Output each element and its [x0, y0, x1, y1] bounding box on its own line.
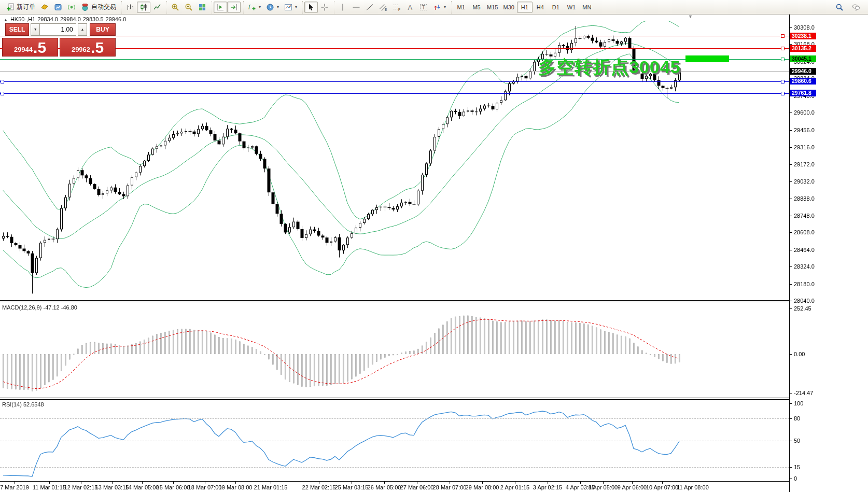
svg-text:A: A [408, 3, 413, 11]
market-watch-icon [54, 3, 62, 11]
zoom-out-icon [185, 3, 193, 11]
rsi-scale-label: 15 [794, 465, 800, 470]
line-chart-button[interactable] [150, 2, 164, 13]
price-scale-tick [789, 266, 792, 267]
tile-windows-button[interactable] [195, 2, 209, 13]
text-button[interactable]: A [403, 2, 417, 13]
periods-button[interactable]: ▾ [263, 2, 282, 13]
candlestick-chart-button[interactable] [137, 2, 150, 13]
toolbar-group-zoom [166, 1, 211, 13]
text-label-button[interactable]: T [417, 2, 430, 13]
volume-increase-button[interactable]: ▲ [78, 23, 87, 36]
rsi-label: RSI(14) 52.6548 [2, 401, 44, 407]
highlight-rectangle[interactable] [685, 55, 729, 62]
timeframe-mn-button[interactable]: MN [579, 2, 595, 13]
timeframe-w1-button[interactable]: W1 [564, 2, 579, 13]
line-handle[interactable] [1, 92, 4, 95]
sell-button[interactable]: SELL [5, 23, 29, 36]
auto-trading-button[interactable]: 自动交易 [78, 2, 119, 13]
buy-price-button[interactable]: 29962.5 [60, 38, 116, 57]
time-axis-tick [173, 482, 174, 484]
line-handle[interactable] [1, 80, 4, 83]
templates-icon [284, 3, 292, 11]
time-axis-tick [662, 482, 663, 484]
chart-shift-button[interactable] [227, 2, 241, 13]
collapse-panel-icon[interactable]: ▲ [4, 18, 8, 22]
rsi-level-line [0, 441, 789, 441]
timeframe-h4-button[interactable]: H4 [533, 2, 548, 13]
zoom-out-button[interactable] [182, 2, 195, 13]
line-handle[interactable] [781, 80, 785, 83]
panel-separator[interactable] [0, 398, 789, 398]
zoom-in-button[interactable] [169, 2, 182, 13]
templates-button[interactable]: ▾ [282, 2, 300, 13]
line-chart-icon [153, 3, 161, 11]
vertical-line-button[interactable] [336, 2, 349, 13]
svg-text:E: E [385, 8, 387, 11]
buy-price-int: 29962 [72, 46, 90, 53]
indicators-button[interactable]: f▾ [245, 2, 263, 13]
time-axis-label: 21 Mar 01:15 [254, 484, 288, 490]
new-order-button[interactable]: 新订单 [4, 2, 38, 13]
profiles-button[interactable] [38, 2, 51, 13]
equidistant-channel-button[interactable]: E [376, 2, 390, 13]
pivot-annotation-text[interactable]: 多空转折点30045 [538, 57, 681, 77]
text-icon: A [406, 3, 414, 11]
panel-separator [0, 302, 789, 302]
resistance-line[interactable] [0, 48, 789, 49]
price-scale-tick [789, 199, 792, 199]
line-handle[interactable] [781, 92, 785, 95]
horizontal-line-button[interactable] [349, 2, 363, 13]
signals-button[interactable] [65, 2, 78, 13]
sell-price-int: 29944 [14, 46, 33, 53]
signals-icon [67, 3, 76, 11]
timeframe-h1-button[interactable]: H1 [517, 2, 533, 13]
cursor-icon [307, 3, 315, 11]
candlestick-chart-icon [139, 3, 148, 11]
time-axis-label: 26 Mar 05:00 [368, 484, 401, 490]
chat-button[interactable] [849, 2, 863, 13]
timeframe-d1-button[interactable]: D1 [548, 2, 564, 13]
volume-input[interactable]: 1.00 [40, 23, 76, 36]
time-axis-border [0, 481, 789, 482]
dropdown-arrow-icon: ▾ [277, 5, 279, 9]
toolbar-group-trade: 新订单 自动交易 [2, 1, 120, 13]
support-line[interactable] [0, 81, 789, 82]
timeframe-m1-button[interactable]: M1 [453, 2, 469, 13]
support-line[interactable] [0, 93, 789, 94]
top-toolbar: 新订单 自动交易 [0, 0, 868, 15]
current-price-price-badge: 29946.0 [790, 68, 816, 75]
toolbar-group-cursor [302, 1, 333, 13]
panel-separator[interactable] [0, 300, 789, 301]
volume-decrease-button[interactable]: ▼ [31, 23, 40, 36]
text-label-icon: T [419, 3, 428, 11]
bar-chart-button[interactable] [123, 2, 137, 13]
timeframe-m5-button[interactable]: M5 [469, 2, 484, 13]
search-icon [835, 3, 844, 11]
resistance-line[interactable] [0, 36, 789, 36]
crosshair-button[interactable] [318, 2, 331, 13]
trendline-button[interactable] [363, 2, 376, 13]
auto-scroll-icon [216, 3, 225, 11]
timeframe-m30-button[interactable]: M30 [500, 2, 516, 13]
buy-button[interactable]: BUY [90, 23, 116, 36]
line-handle[interactable] [781, 58, 785, 61]
time-axis-label: 22 Mar 02:15 [302, 484, 336, 490]
market-watch-button[interactable] [51, 2, 65, 13]
search-button[interactable] [833, 2, 846, 13]
arrows-button[interactable]: ▾ [430, 2, 449, 13]
buy-price-pip: .5 [91, 40, 104, 55]
price-scale-tick [789, 250, 792, 250]
timeframe-m15-button[interactable]: M15 [484, 2, 500, 13]
auto-scroll-button[interactable] [214, 2, 227, 13]
price-scale-label: 29172.0 [794, 162, 815, 167]
macd-scale-tick [789, 308, 792, 309]
dropdown-arrow-icon: ▾ [444, 5, 446, 9]
price-scale-tick [789, 130, 792, 131]
line-handle[interactable] [781, 47, 785, 50]
fibonacci-button[interactable]: F [390, 2, 403, 13]
line-handle[interactable] [781, 34, 785, 38]
sell-price-button[interactable]: 29944.5 [2, 38, 58, 57]
cursor-button[interactable] [304, 2, 318, 13]
fibonacci-icon: F [393, 3, 401, 11]
